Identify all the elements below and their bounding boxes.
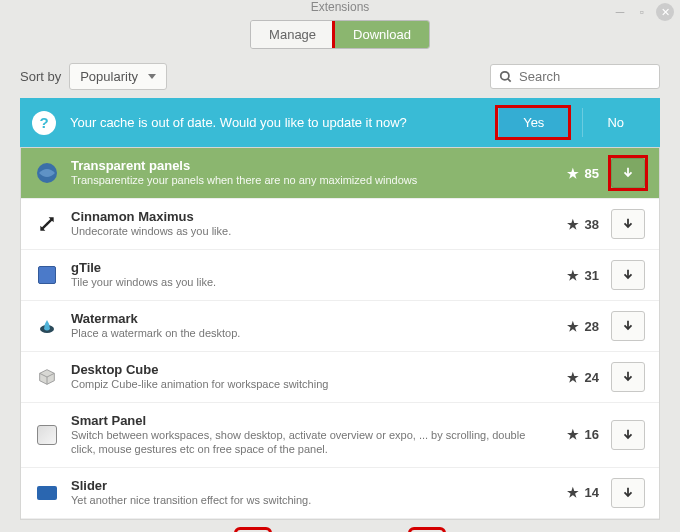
svg-line-1 [508, 78, 511, 81]
extension-icon [35, 481, 59, 505]
star-icon: ★ [567, 319, 579, 334]
chevron-down-icon [148, 74, 156, 79]
star-icon: ★ [567, 217, 579, 232]
list-item[interactable]: Transparent panels Transparentize your p… [21, 148, 659, 199]
download-button[interactable] [611, 420, 645, 450]
expand-icon [37, 214, 57, 234]
download-button[interactable] [611, 260, 645, 290]
extension-name: Smart Panel [71, 413, 537, 428]
download-button[interactable] [611, 158, 645, 188]
extension-info: Desktop Cube Compiz Cube-like animation … [71, 362, 537, 391]
star-icon: ★ [567, 427, 579, 442]
tab-download[interactable]: Download [335, 21, 429, 48]
download-icon [621, 217, 635, 231]
extension-desc: Compiz Cube-like animation for workspace… [71, 377, 537, 391]
list-item[interactable]: Smart Panel Switch between workspaces, s… [21, 403, 659, 468]
extension-name: Desktop Cube [71, 362, 537, 377]
extension-icon [35, 423, 59, 447]
extension-desc: Undecorate windows as you like. [71, 224, 537, 238]
notice-no-button[interactable]: No [582, 108, 648, 137]
minimize-icon[interactable]: ─ [612, 4, 628, 20]
titlebar: Extensions ─ ▫ ✕ [0, 0, 680, 14]
window-title: Extensions [311, 0, 370, 14]
extension-list[interactable]: Transparent panels Transparentize your p… [20, 147, 660, 520]
download-button[interactable] [611, 209, 645, 239]
star-icon: ★ [567, 166, 579, 181]
sort-value: Popularity [80, 69, 138, 84]
search-field[interactable] [490, 64, 660, 89]
extension-info: Transparent panels Transparentize your p… [71, 158, 537, 187]
star-count: ★24 [549, 370, 599, 385]
download-button[interactable] [611, 311, 645, 341]
download-icon [621, 370, 635, 384]
star-count: ★16 [549, 427, 599, 442]
extensions-window: Extensions ─ ▫ ✕ Manage Download Sort by… [0, 0, 680, 532]
extension-info: Smart Panel Switch between workspaces, s… [71, 413, 537, 457]
download-icon [621, 166, 635, 180]
star-icon: ★ [567, 370, 579, 385]
sort-label: Sort by [20, 69, 61, 84]
extension-desc: Tile your windows as you like. [71, 275, 537, 289]
extension-info: gTile Tile your windows as you like. [71, 260, 537, 289]
extension-name: Cinnamon Maximus [71, 209, 537, 224]
cache-notice: ? Your cache is out of date. Would you l… [20, 98, 660, 147]
extension-icon [35, 314, 59, 338]
notice-yes-button[interactable]: Yes [498, 108, 568, 137]
top-row: Sort by Popularity [20, 63, 660, 90]
tab-bar: Manage Download [0, 14, 680, 63]
extension-desc: Switch between workspaces, show desktop,… [71, 428, 537, 457]
extension-name: Watermark [71, 311, 537, 326]
tab-group: Manage Download [250, 20, 430, 49]
close-icon[interactable]: ✕ [656, 3, 674, 21]
search-icon [499, 70, 513, 84]
star-count: ★85 [549, 166, 599, 181]
star-icon: ★ [567, 268, 579, 283]
content-area: Sort by Popularity ? Your cache is out o… [0, 63, 680, 532]
star-count: ★14 [549, 485, 599, 500]
download-button[interactable] [611, 362, 645, 392]
download-icon [621, 319, 635, 333]
star-count: ★28 [549, 319, 599, 334]
sort-select[interactable]: Popularity [69, 63, 167, 90]
list-item[interactable]: Cinnamon Maximus Undecorate windows as y… [21, 199, 659, 250]
bottom-toolbar [20, 520, 660, 532]
extension-icon [35, 161, 59, 185]
notice-text: Your cache is out of date. Would you lik… [70, 115, 484, 130]
list-item[interactable]: gTile Tile your windows as you like. ★31 [21, 250, 659, 301]
star-icon: ★ [567, 485, 579, 500]
list-item[interactable]: Watermark Place a watermark on the deskt… [21, 301, 659, 352]
download-button[interactable] [611, 478, 645, 508]
list-item[interactable]: Desktop Cube Compiz Cube-like animation … [21, 352, 659, 403]
star-count: ★31 [549, 268, 599, 283]
extension-name: Transparent panels [71, 158, 537, 173]
window-controls: ─ ▫ ✕ [612, 3, 674, 21]
extension-desc: Place a watermark on the desktop. [71, 326, 537, 340]
extension-name: Slider [71, 478, 537, 493]
extension-icon [35, 365, 59, 389]
search-input[interactable] [519, 69, 651, 84]
download-icon [621, 486, 635, 500]
extension-desc: Yet another nice transition effect for w… [71, 493, 537, 507]
sort-control: Sort by Popularity [20, 63, 167, 90]
svg-point-0 [501, 71, 509, 79]
extension-info: Slider Yet another nice transition effec… [71, 478, 537, 507]
download-icon [621, 268, 635, 282]
extension-icon [35, 263, 59, 287]
list-item[interactable]: Slider Yet another nice transition effec… [21, 468, 659, 519]
download-icon [621, 428, 635, 442]
extension-icon [35, 212, 59, 236]
star-count: ★38 [549, 217, 599, 232]
maximize-icon[interactable]: ▫ [634, 4, 650, 20]
question-icon: ? [32, 111, 56, 135]
extension-name: gTile [71, 260, 537, 275]
tab-manage[interactable]: Manage [251, 21, 335, 48]
extension-info: Cinnamon Maximus Undecorate windows as y… [71, 209, 537, 238]
extension-info: Watermark Place a watermark on the deskt… [71, 311, 537, 340]
extension-desc: Transparentize your panels when there ar… [71, 173, 537, 187]
